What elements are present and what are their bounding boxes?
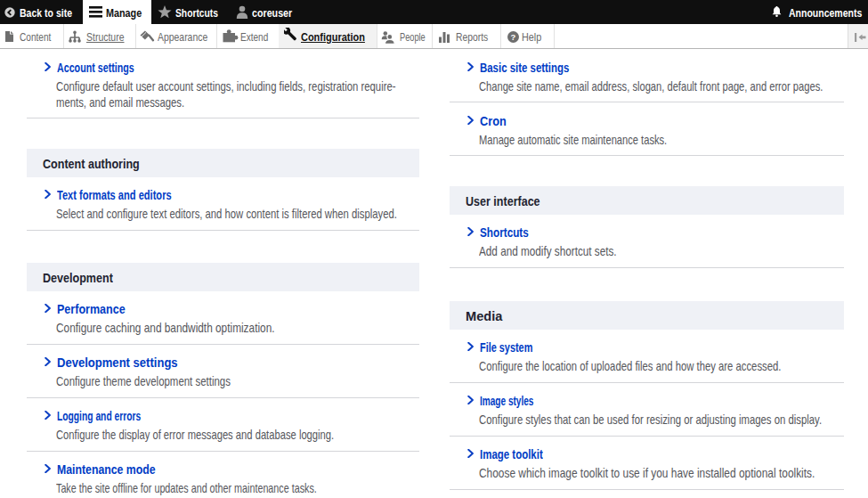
svg-text:?: ?	[510, 31, 515, 41]
